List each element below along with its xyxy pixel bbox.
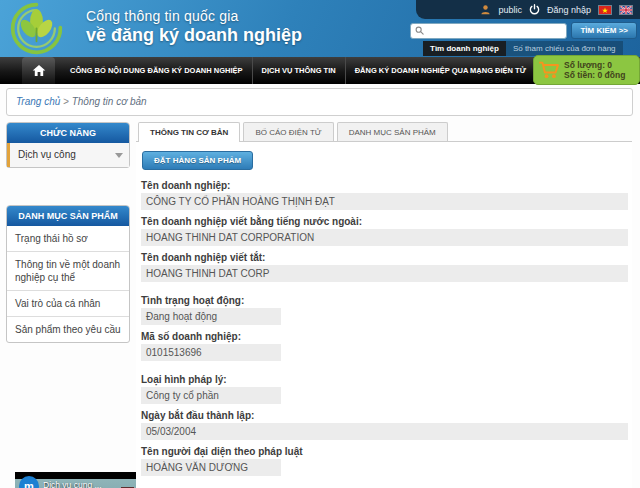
field-list: Tên doanh nghiệp: CÔNG TY CỔ PHẦN HOÀNG … [140, 180, 628, 488]
breadcrumb-separator: > [60, 96, 71, 107]
search-tab-order-ref[interactable]: Số tham chiếu của đơn hàng [506, 41, 623, 56]
user-icon [480, 4, 491, 15]
search-icon [415, 26, 424, 35]
site-header: Cổng thông tin quốc gia về đăng ký doanh… [0, 0, 640, 57]
field-row: Loại hình pháp lý: Công ty cổ phần [141, 374, 628, 404]
tab-panel-basic-info: ĐẶT HÀNG SẢN PHẨM Tên doanh nghiệp: CÔNG… [136, 142, 632, 488]
flag-vietnam-icon[interactable] [598, 5, 612, 15]
search-input[interactable] [424, 25, 562, 37]
site-title: Cổng thông tin quốc gia về đăng ký doanh… [86, 8, 302, 46]
field-row: Mã số doanh nghiệp: 0101513696 [141, 331, 628, 361]
home-icon [32, 64, 46, 77]
field-label: Tên người đại diện theo pháp luật [141, 446, 628, 457]
flag-uk-icon[interactable] [619, 5, 633, 15]
login-link[interactable]: Đăng nhập [547, 5, 591, 15]
breadcrumb: Trang chủ > Thông tin cơ bản [6, 88, 633, 116]
portal-logo-icon [9, 1, 64, 56]
field-label: Ngày bắt đầu thành lập: [141, 410, 628, 421]
product-list-item[interactable]: Sản phẩm theo yêu cầu [7, 316, 129, 342]
search-button[interactable]: TÌM KIẾM >> [571, 22, 637, 39]
power-icon[interactable] [529, 4, 540, 15]
nav-item[interactable]: CÔNG BỐ NỘI DUNG ĐĂNG KÝ DOANH NGHIỆP [61, 57, 253, 84]
search-row: TÌM KIẾM >> [410, 22, 637, 39]
video-channel-avatar: m [19, 476, 39, 488]
content-tab[interactable]: DANH MỤC SẢN PHẨM [337, 122, 448, 141]
site-title-line2: về đăng ký doanh nghiệp [86, 25, 302, 46]
field-row: Ngày bắt đầu thành lập: 05/03/2004 [141, 410, 628, 440]
products-panel-header: DANH MỤC SẢN PHẨM [7, 206, 129, 226]
order-product-button[interactable]: ĐẶT HÀNG SẢN PHẨM [142, 151, 253, 170]
field-label: Mã số doanh nghiệp: [141, 331, 628, 342]
search-box [410, 23, 567, 39]
field-value: CÔNG TY CỔ PHẦN HOÀNG THỊNH ĐẠT [141, 193, 628, 210]
nav-items: CÔNG BỐ NỘI DUNG ĐĂNG KÝ DOANH NGHIỆP DỊ… [61, 57, 536, 84]
field-row: Tên người đại diện theo pháp luật HOÀNG … [141, 446, 628, 476]
field-value: HOANG THINH DAT CORPORATION [141, 229, 628, 246]
breadcrumb-home-link[interactable]: Trang chủ [16, 96, 60, 107]
video-title: Dịch vụ cung ... [43, 480, 134, 488]
function-panel-header: CHỨC NĂNG [7, 123, 129, 143]
field-row: Tên doanh nghiệp viết bằng tiếng nước ng… [141, 216, 628, 246]
field-value: HOÀNG VĂN DƯƠNG [141, 459, 281, 476]
chevron-down-icon [115, 153, 123, 158]
sidebar: CHỨC NĂNG Dịch vụ công DANH MỤC SẢN PHẨM… [6, 122, 130, 343]
field-label: Tên doanh nghiệp viết bằng tiếng nước ng… [141, 216, 628, 227]
field-value: Đang hoạt động [141, 308, 281, 325]
home-tab[interactable] [22, 57, 55, 84]
nav-item[interactable]: ĐĂNG KÝ DOANH NGHIỆP QUA MẠNG ĐIỆN TỬ [346, 57, 536, 84]
user-bar: public Đăng nhập [416, 0, 640, 19]
breadcrumb-current: Thông tin cơ bản [72, 96, 147, 107]
cart-total: Số tiền: 0 đồng [564, 70, 625, 80]
user-name-link[interactable]: public [498, 5, 522, 15]
product-list: Trạng thái hồ sơ Thông tin về một doanh … [7, 226, 129, 342]
cart-summary[interactable]: Số lượng: 0 Số tiền: 0 đồng [533, 55, 640, 85]
sidebar-item-label: Dịch vụ công [18, 149, 76, 160]
function-panel: CHỨC NĂNG Dịch vụ công [6, 122, 130, 168]
field-row: Tên doanh nghiệp: CÔNG TY CỔ PHẦN HOÀNG … [141, 180, 628, 210]
product-list-item[interactable]: Vai trò của cá nhân [7, 290, 129, 316]
field-value: 0101513696 [141, 344, 281, 361]
nav-item[interactable]: DỊCH VỤ THÔNG TIN [253, 57, 346, 84]
field-row: Tên doanh nghiệp viết tắt: HOANG THINH D… [141, 252, 628, 282]
sidebar-item-public-services[interactable]: Dịch vụ công [7, 143, 129, 167]
field-value: HOANG THINH DAT CORP [141, 265, 628, 282]
content-tabs: THÔNG TIN CƠ BẢN BỐ CÁO ĐIỆN TỬ DANH MỤC… [136, 122, 632, 142]
cart-quantity: Số lượng: 0 [564, 60, 625, 70]
search-tab-business[interactable]: Tìm doanh nghiệp [423, 41, 506, 56]
main-content: THÔNG TIN CƠ BẢN BỐ CÁO ĐIỆN TỬ DANH MỤC… [136, 122, 632, 488]
cart-icon [538, 61, 560, 79]
products-panel: DANH MỤC SẢN PHẨM Trạng thái hồ sơ Thông… [6, 205, 130, 343]
field-label: Tên doanh nghiệp: [141, 180, 628, 191]
field-row: Tình trạng hoạt động: Đang hoạt động [141, 295, 628, 325]
content-tab[interactable]: BỐ CÁO ĐIỆN TỬ [243, 122, 333, 141]
product-list-item[interactable]: Trạng thái hồ sơ [7, 226, 129, 251]
field-value: Công ty cổ phần [141, 387, 281, 404]
field-label: Loại hình pháp lý: [141, 374, 628, 385]
video-thumbnail[interactable]: m Dịch vụ cung ... [15, 472, 136, 488]
cart-lines: Số lượng: 0 Số tiền: 0 đồng [564, 60, 625, 80]
field-label: Tình trạng hoạt động: [141, 295, 628, 306]
site-title-line1: Cổng thông tin quốc gia [86, 8, 302, 24]
product-list-item[interactable]: Thông tin về một doanh nghiệp cụ thể [7, 251, 129, 290]
search-filter-tabs: Tìm doanh nghiệp Số tham chiếu của đơn h… [423, 41, 637, 56]
content-tab[interactable]: THÔNG TIN CƠ BẢN [138, 122, 240, 142]
field-value: 05/03/2004 [141, 423, 628, 440]
field-label: Tên doanh nghiệp viết tắt: [141, 252, 628, 263]
